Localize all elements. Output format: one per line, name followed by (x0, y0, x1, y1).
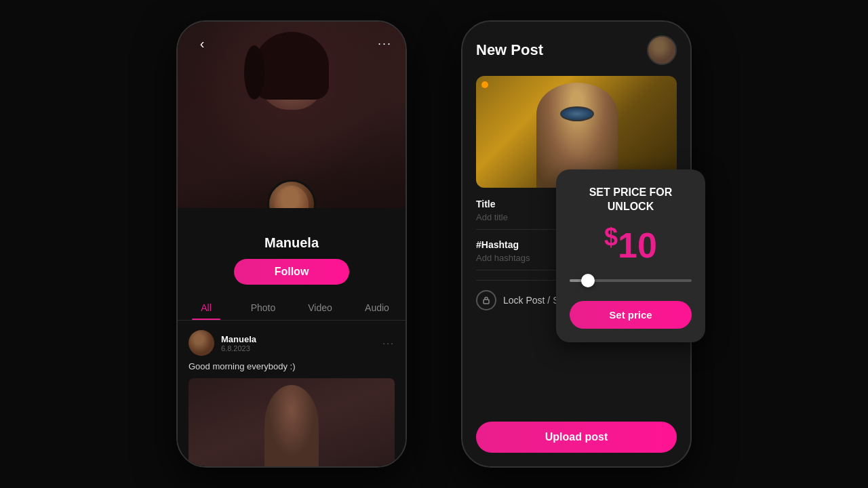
post-author-avatar (189, 330, 214, 356)
left-phone: ‹ ··· Manuela Follow All Photo Video (176, 20, 407, 468)
post-more-icon: ··· (382, 338, 395, 348)
avatar-face (275, 186, 309, 209)
back-button[interactable]: ‹ (191, 33, 213, 54)
price-slider[interactable] (570, 274, 692, 287)
tab-audio[interactable]: Audio (349, 296, 406, 320)
modal-title: SET PRICE FOR UNLOCK (570, 186, 692, 214)
currency-symbol: $ (604, 223, 618, 251)
post-image-thumbnail (189, 378, 395, 466)
post-more-button[interactable]: ··· (382, 338, 395, 348)
post-author-name: Manuela (221, 334, 256, 344)
post-author-info: Manuela 6.8.2023 (221, 334, 256, 352)
upload-post-button[interactable]: Upload post (476, 422, 677, 453)
price-display: $10 (570, 225, 692, 263)
tab-photo[interactable]: Photo (235, 296, 292, 320)
set-price-button[interactable]: Set price (570, 301, 692, 329)
post-date: 6.8.2023 (221, 344, 256, 352)
profile-header-nav: ‹ ··· (178, 33, 406, 54)
follow-button[interactable]: Follow (234, 259, 350, 285)
profile-name: Manuela (264, 235, 319, 251)
content-tabs: All Photo Video Audio (178, 296, 406, 321)
profile-avatar (267, 180, 316, 208)
new-post-title: New Post (476, 41, 543, 59)
set-price-modal: SET PRICE FOR UNLOCK $10 Set price (556, 169, 705, 342)
post-author-row: Manuela 6.8.2023 ··· (189, 330, 395, 356)
left-phone-content: ‹ ··· Manuela Follow All Photo Video (178, 22, 406, 466)
post-text: Good morning everybody :) (189, 361, 395, 378)
post-item: Manuela 6.8.2023 ··· Good morning everyb… (178, 321, 406, 466)
sunglasses (560, 106, 594, 121)
new-post-header: New Post (476, 35, 677, 65)
back-icon: ‹ (200, 36, 205, 52)
price-value: 10 (618, 226, 657, 265)
post-author-left: Manuela 6.8.2023 (189, 330, 256, 356)
profile-avatar-container (267, 180, 316, 208)
profile-header-image: ‹ ··· (178, 22, 406, 208)
svg-rect-0 (484, 300, 489, 304)
slider-thumb[interactable] (581, 274, 595, 287)
tab-video[interactable]: Video (292, 296, 349, 320)
user-avatar-header[interactable] (647, 35, 677, 65)
profile-info-section: Manuela Follow All Photo Video Audio (178, 208, 406, 321)
right-phone-wrapper: New Post Title Add title #Hashtag Add ha… (461, 20, 692, 468)
tab-all[interactable]: All (178, 296, 235, 320)
lock-icon (476, 290, 496, 310)
more-button[interactable]: ··· (378, 37, 392, 51)
more-icon: ··· (378, 37, 392, 50)
